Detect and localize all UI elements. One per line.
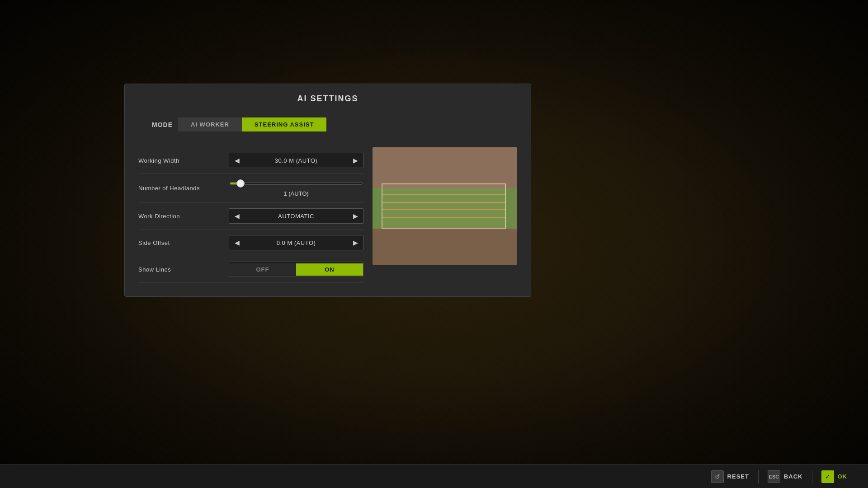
- dialog-content: Working Width ◀ 30.0 M (AUTO) ▶ Number o…: [125, 138, 531, 296]
- bottom-toolbar: ↺ RESET ESC BACK ✓ OK: [0, 465, 868, 488]
- headlands-slider-track[interactable]: [230, 182, 363, 185]
- esc-icon: ESC: [768, 470, 780, 483]
- show-lines-toggle: OFF ON: [229, 262, 363, 277]
- ok-toolbar-item[interactable]: ✓ OK: [814, 465, 855, 488]
- settings-panel: Working Width ◀ 30.0 M (AUTO) ▶ Number o…: [138, 147, 363, 283]
- headlands-control: 1 (AUTO): [229, 179, 363, 197]
- back-label: BACK: [784, 473, 803, 480]
- work-direction-value: AUTOMATIC: [245, 213, 348, 220]
- working-width-arrow-control: ◀ 30.0 M (AUTO) ▶: [229, 153, 363, 168]
- field-top: [373, 147, 517, 188]
- working-width-right-btn[interactable]: ▶: [348, 153, 363, 168]
- dialog-header: AI SETTINGS: [125, 84, 531, 111]
- show-lines-on-btn[interactable]: ON: [296, 263, 363, 276]
- work-line-2: [382, 202, 505, 203]
- side-offset-control: ◀ 0.0 M (AUTO) ▶: [229, 235, 363, 250]
- working-width-row: Working Width ◀ 30.0 M (AUTO) ▶: [138, 147, 363, 174]
- tab-ai-worker[interactable]: AI WORKER: [178, 117, 242, 131]
- ai-settings-dialog: AI SETTINGS MODE AI WORKER STEERING ASSI…: [124, 84, 531, 297]
- work-direction-arrow-control: ◀ AUTOMATIC ▶: [229, 208, 363, 224]
- headlands-slider-thumb[interactable]: [236, 179, 245, 188]
- side-offset-arrow-control: ◀ 0.0 M (AUTO) ▶: [229, 235, 363, 250]
- side-offset-right-btn[interactable]: ▶: [348, 235, 363, 250]
- work-line-1: [382, 194, 505, 195]
- show-lines-control: OFF ON: [229, 262, 363, 277]
- separator-2: [812, 470, 812, 483]
- working-width-left-btn[interactable]: ◀: [229, 153, 245, 168]
- work-line-4: [382, 217, 505, 218]
- work-line-3: [382, 209, 505, 210]
- work-direction-control: ◀ AUTOMATIC ▶: [229, 208, 363, 224]
- mode-label: MODE: [152, 121, 173, 128]
- side-offset-label: Side Offset: [138, 239, 229, 246]
- tab-steering-assist[interactable]: STEERING ASSIST: [242, 117, 327, 131]
- dialog-title: AI SETTINGS: [297, 94, 358, 103]
- work-lines-container: [382, 184, 505, 228]
- working-width-value: 30.0 M (AUTO): [245, 157, 348, 164]
- side-offset-left-btn[interactable]: ◀: [229, 235, 245, 250]
- preview-right-edge: [508, 186, 517, 231]
- side-offset-value: 0.0 M (AUTO): [245, 239, 348, 246]
- reset-label: RESET: [727, 473, 749, 480]
- show-lines-row: Show Lines OFF ON: [138, 256, 363, 283]
- work-direction-left-btn[interactable]: ◀: [229, 209, 245, 223]
- show-lines-off-btn[interactable]: OFF: [229, 263, 296, 276]
- preview-panel: [373, 147, 517, 265]
- work-direction-right-btn[interactable]: ▶: [348, 209, 363, 223]
- headlands-value: 1 (AUTO): [229, 190, 363, 197]
- separator-1: [758, 470, 759, 483]
- working-width-label: Working Width: [138, 157, 229, 164]
- tabs-bar: MODE AI WORKER STEERING ASSIST: [125, 111, 531, 138]
- field-bottom: [373, 229, 517, 265]
- reset-toolbar-item[interactable]: ↺ RESET: [704, 465, 756, 488]
- ok-label: OK: [838, 473, 848, 480]
- work-direction-label: Work Direction: [138, 213, 229, 220]
- side-offset-row: Side Offset ◀ 0.0 M (AUTO) ▶: [138, 230, 363, 256]
- working-width-control: ◀ 30.0 M (AUTO) ▶: [229, 153, 363, 168]
- ok-icon: ✓: [821, 470, 834, 483]
- back-toolbar-item[interactable]: ESC BACK: [760, 465, 810, 488]
- show-lines-label: Show Lines: [138, 266, 229, 273]
- headlands-label: Number of Headlands: [138, 185, 229, 192]
- work-direction-row: Work Direction ◀ AUTOMATIC ▶: [138, 203, 363, 230]
- headlands-row: Number of Headlands 1 (AUTO): [138, 174, 363, 203]
- reset-icon: ↺: [711, 470, 724, 483]
